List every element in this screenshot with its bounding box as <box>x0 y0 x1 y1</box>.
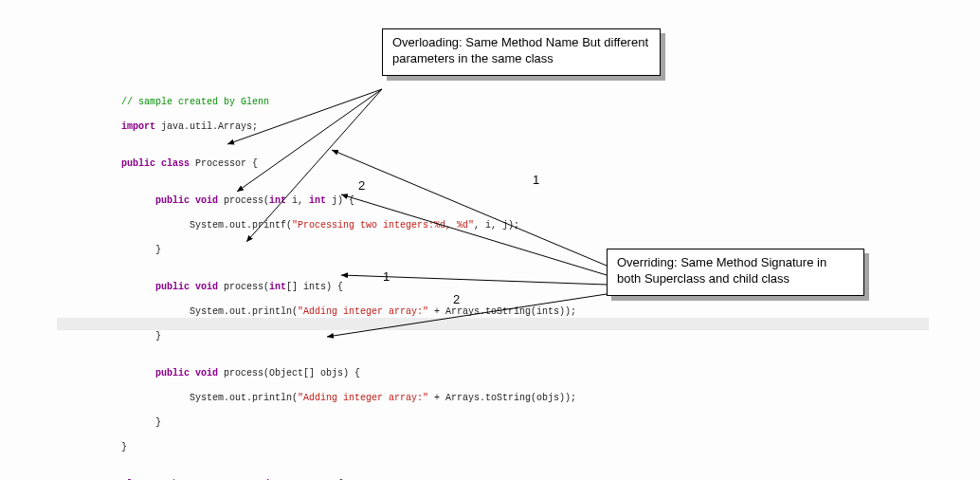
label-2-top: 2 <box>358 178 365 193</box>
code-comment: // sample created by Glenn <box>121 97 269 107</box>
code-block: // sample created by Glenn import java.u… <box>121 83 576 480</box>
label-1-mid: 1 <box>383 269 390 284</box>
label-2-mid: 2 <box>453 292 460 306</box>
callout-overriding: Overriding: Same Method Signature in bot… <box>607 249 864 296</box>
callout-overloading: Overloading: Same Method Name But differ… <box>382 28 661 76</box>
label-1-top: 1 <box>533 173 539 187</box>
